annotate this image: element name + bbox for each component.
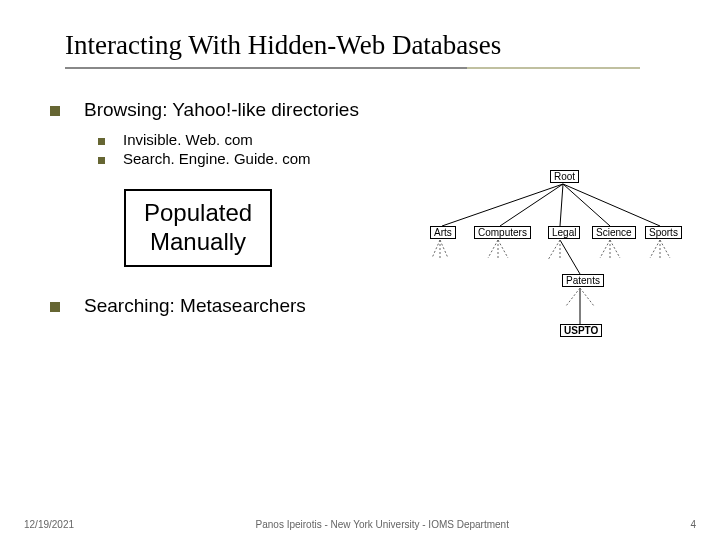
sub-bullet-row: Search. Engine. Guide. com [98,150,670,167]
sub-bullets: Invisible. Web. com Search. Engine. Guid… [98,131,670,167]
box-line1: Populated [144,199,252,228]
svg-line-2 [560,184,563,226]
populated-manually-box: Populated Manually [124,189,272,267]
footer-page-number: 4 [690,519,696,530]
svg-line-1 [500,184,563,226]
sub-bullet-text: Search. Engine. Guide. com [123,150,311,167]
svg-line-10 [498,240,508,258]
tree-leaf-uspto: USPTO [560,324,602,337]
tree-node-sports: Sports [645,226,682,239]
svg-line-16 [660,240,670,258]
square-bullet-icon [98,138,105,145]
slide: Interacting With Hidden-Web Databases Br… [0,0,720,540]
square-bullet-icon [50,106,60,116]
svg-line-3 [563,184,610,226]
svg-line-11 [600,240,610,258]
tree-node-legal: Legal [548,226,580,239]
tree-node-arts: Arts [430,226,456,239]
slide-footer: 12/19/2021 Panos Ipeirotis - New York Un… [0,519,720,530]
tree-node-computers: Computers [474,226,531,239]
svg-line-21 [566,288,580,306]
sub-bullet-text: Invisible. Web. com [123,131,253,148]
tree-node-patents: Patents [562,274,604,287]
tree-node-science: Science [592,226,636,239]
svg-line-7 [440,240,448,258]
svg-line-17 [560,240,580,274]
square-bullet-icon [50,302,60,312]
svg-line-8 [488,240,498,258]
box-line2: Manually [144,228,252,257]
title-underline [65,67,640,69]
svg-line-14 [650,240,660,258]
sub-bullet-row: Invisible. Web. com [98,131,670,148]
tree-root: Root [550,170,579,183]
bullet-searching-label: Searching: Metasearchers [84,295,306,317]
footer-date: 12/19/2021 [24,519,74,530]
svg-line-4 [563,184,660,226]
bullet-browsing-label: Browsing: Yahoo!-like directories [84,99,359,121]
svg-line-5 [432,240,440,258]
svg-line-22 [580,288,594,306]
slide-title: Interacting With Hidden-Web Databases [50,30,670,61]
square-bullet-icon [98,157,105,164]
footer-attribution: Panos Ipeirotis - New York University - … [74,519,690,530]
tree-lines [430,170,690,350]
svg-line-0 [442,184,563,226]
bullet-browsing: Browsing: Yahoo!-like directories [50,99,670,121]
svg-line-18 [548,240,560,260]
svg-line-13 [610,240,620,258]
